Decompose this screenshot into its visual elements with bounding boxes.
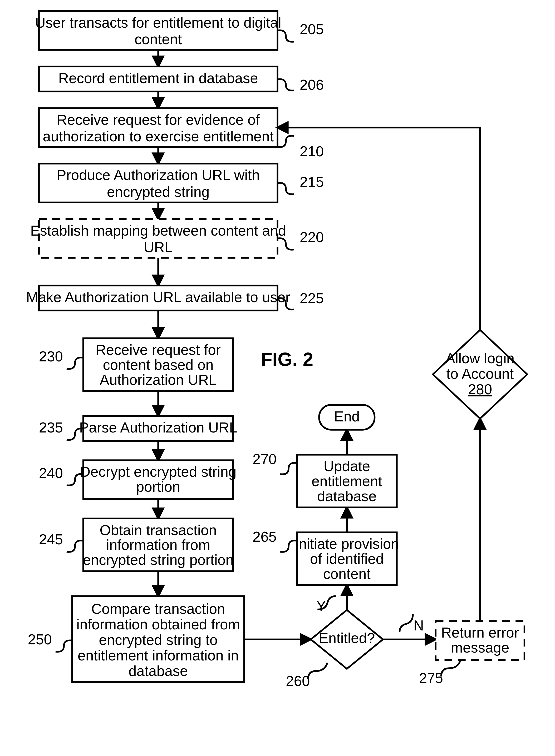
step-250-l1: Compare transaction (91, 601, 225, 617)
ref-280: 280 (468, 381, 492, 397)
step-265-l2: of identified (310, 551, 384, 567)
step-265-l1: Initiate provision (295, 536, 399, 552)
step-270: Update entitlement database 270 (253, 451, 397, 508)
step-210-l2: authorization to exercise entitlement (43, 128, 274, 144)
decision-yes: Y (316, 598, 326, 614)
step-220-l2: URL (144, 239, 173, 255)
flowchart: User transacts for entitlement to digita… (0, 0, 555, 754)
ref-275: 275 (419, 670, 443, 686)
end-label: End (334, 408, 359, 425)
step-265-l3: content (323, 566, 371, 582)
ref-225: 225 (300, 290, 324, 306)
step-225: Make Authorization URL available to user… (26, 286, 324, 311)
ref-260: 260 (286, 673, 310, 689)
step-275-l2: message (451, 640, 509, 656)
step-245-l2: information from (106, 537, 210, 553)
step-220-l1: Establish mapping between content and (30, 223, 286, 239)
step-270-l1: Update (324, 458, 370, 474)
ref-215: 215 (300, 174, 324, 190)
step-250-l5: database (129, 663, 188, 679)
decision-260: Entitled? 260 (286, 610, 383, 689)
step-215-l2: encrypted string (107, 184, 210, 200)
step-245: Obtain transaction information from encr… (39, 519, 233, 571)
decision-280: Allow login to Account 280 (433, 330, 527, 419)
step-280-l1: Allow login (446, 350, 515, 366)
step-210: Receive request for evidence of authoriz… (39, 108, 324, 159)
step-206-l1: Record entitlement in database (58, 70, 258, 86)
step-235-l1: Parse Authorization URL (79, 419, 237, 436)
ref-210: 210 (300, 143, 324, 159)
decision-no: N (414, 617, 424, 633)
step-210-l1: Receive request for evidence of (57, 111, 260, 128)
step-230-l2: content based on (103, 357, 213, 373)
ref-270: 270 (253, 451, 276, 467)
step-270-l2: entitlement (312, 473, 382, 489)
step-270-l3: database (317, 488, 376, 504)
step-250: Compare transaction information obtained… (28, 596, 245, 682)
ref-250: 250 (28, 631, 52, 648)
step-215-l1: Produce Authorization URL with (57, 167, 260, 183)
step-275: Return error message 275 (419, 621, 524, 686)
figure-label: FIG. 2 (261, 349, 313, 370)
step-206: Record entitlement in database 206 (39, 66, 324, 93)
step-225-l1: Make Authorization URL available to user (26, 289, 290, 305)
step-235: Parse Authorization URL 235 (39, 416, 237, 441)
step-240-l2: portion (136, 479, 180, 495)
ref-235: 235 (39, 419, 63, 436)
ref-245: 245 (39, 531, 63, 548)
ref-265: 265 (253, 529, 276, 545)
ref-205: 205 (300, 21, 324, 37)
step-245-l3: encrypted string portion (83, 552, 233, 568)
terminator-end: End (319, 405, 375, 430)
ref-220: 220 (300, 229, 324, 245)
step-205-l2: content (135, 31, 182, 47)
step-265: Initiate provision of identified content… (253, 529, 399, 585)
ref-206: 206 (300, 77, 324, 93)
step-250-l4: entitlement information in (78, 647, 239, 664)
step-250-l3: encrypted string to (99, 632, 218, 648)
ref-230: 230 (39, 348, 63, 365)
step-230: Receive request for content based on Aut… (39, 338, 233, 391)
ref-240: 240 (39, 465, 63, 481)
step-220: Establish mapping between content and UR… (30, 219, 324, 258)
step-275-l1: Return error (441, 624, 519, 641)
step-240: Decrypt encrypted string portion 240 (39, 460, 237, 499)
step-240-l1: Decrypt encrypted string (80, 464, 237, 480)
step-230-l1: Receive request for (96, 342, 221, 358)
step-280-l2: to Account (446, 366, 514, 382)
step-260-l1: Entitled? (319, 630, 375, 646)
step-230-l3: Authorization URL (99, 372, 216, 388)
step-205-l1: User transacts for entitlement to digita… (35, 14, 281, 31)
step-245-l1: Obtain transaction (99, 522, 216, 538)
step-215: Produce Authorization URL with encrypted… (39, 163, 324, 202)
step-205: User transacts for entitlement to digita… (35, 11, 324, 50)
step-250-l2: information obtained from (76, 616, 240, 632)
